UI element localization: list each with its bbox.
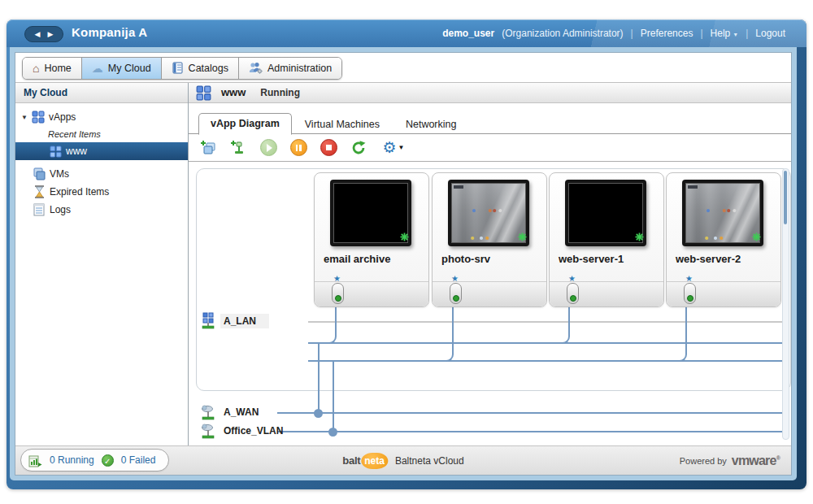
home-icon: ⌂ — [33, 63, 39, 74]
failed-count: 0 Failed — [121, 454, 156, 466]
sidebar-item-vms[interactable]: VMs — [15, 165, 188, 183]
add-network-button[interactable] — [228, 138, 248, 158]
userbar: demo_user (Organization Administrator) |… — [442, 28, 785, 39]
preferences-link[interactable]: Preferences — [641, 28, 693, 39]
window-frame: ⌂ Home ☁ My Cloud Catalogs — [10, 47, 797, 480]
sidebar-tree: ▼ vApps Recent Items www — [15, 103, 188, 219]
main-panel: www Running vApp Diagram Virtual Machine… — [189, 83, 791, 445]
username: demo_user — [442, 28, 494, 39]
tab-virtual-machines[interactable]: Virtual Machines — [292, 115, 393, 134]
back-icon[interactable]: ◀ — [35, 31, 41, 38]
vm-card-email-archive[interactable]: email archive ★ — [314, 172, 429, 307]
forward-icon[interactable]: ▶ — [48, 31, 54, 38]
sidebar-item-www[interactable]: www — [15, 142, 188, 160]
start-button[interactable] — [259, 138, 278, 158]
vms-icon — [32, 167, 46, 180]
junction-dot-office-vlan — [328, 428, 337, 437]
add-vm-button[interactable] — [198, 138, 218, 158]
nic-status-dot — [687, 295, 693, 302]
vapp-name: www — [221, 83, 246, 102]
network-label-a-lan[interactable]: A_LAN — [200, 312, 269, 330]
network-label-a-wan[interactable]: A_WAN — [200, 403, 262, 421]
console-spark-icon — [752, 230, 761, 245]
page: ◀ ▶ Kompanija A demo_user (Organization … — [0, 0, 813, 504]
riser-office-vlan — [333, 361, 334, 432]
catalog-icon — [172, 62, 184, 76]
administration-icon — [249, 62, 263, 76]
nic-connector[interactable] — [684, 283, 696, 304]
suspend-button[interactable] — [289, 138, 308, 158]
nic-connector[interactable] — [567, 283, 579, 304]
vapp-grid-icon — [31, 111, 46, 124]
vm-card-web-server-2[interactable]: web-server-2 ★ — [666, 172, 781, 307]
history-nav[interactable]: ◀ ▶ — [24, 26, 63, 42]
separator: | — [746, 28, 748, 39]
diagram-scrollbar[interactable] — [782, 168, 789, 440]
sidebar-item-logs[interactable]: Logs — [15, 201, 188, 219]
junction-dot-a-wan — [314, 409, 323, 418]
nic-wire-web-server-1 — [561, 305, 570, 344]
vm-name: email archive — [324, 253, 390, 265]
vm-screen — [333, 183, 408, 243]
vapp-diagram-canvas[interactable]: A_LAN A_WAN Office_VLAN — [189, 162, 791, 445]
console-spark-icon — [518, 230, 527, 245]
diagram-scrollbar-thumb[interactable] — [784, 171, 787, 224]
sidebar-header: My Cloud — [15, 83, 188, 103]
check-icon: ✓ — [102, 454, 114, 467]
vm-name: web-server-1 — [559, 253, 624, 265]
nic-connector[interactable] — [450, 283, 462, 304]
tree-expand-icon[interactable]: ▼ — [21, 114, 31, 121]
vm-card-web-server-1[interactable]: web-server-1 ★ — [549, 172, 664, 307]
logout-link[interactable]: Logout — [755, 28, 785, 39]
tasks-icon — [28, 454, 42, 467]
nav-tab-row: ⌂ Home ☁ My Cloud Catalogs — [15, 53, 791, 82]
tab-administration[interactable]: Administration — [239, 58, 341, 79]
baltneta-logo: baltneta — [342, 453, 388, 469]
primary-nic-star-icon: ★ — [333, 275, 341, 283]
network-line-office-vlan — [277, 431, 789, 432]
vm-console-thumbnail[interactable] — [448, 180, 529, 246]
vm-name: photo-srv — [441, 253, 490, 265]
vm-screen — [568, 183, 643, 243]
vapp-subtabs: vApp Diagram Virtual Machines Networking — [189, 112, 791, 134]
vm-console-thumbnail[interactable] — [330, 180, 411, 246]
tab-home[interactable]: ⌂ Home — [23, 58, 82, 79]
chevron-down-icon: ▼ — [733, 32, 738, 37]
tab-my-cloud[interactable]: ☁ My Cloud — [82, 58, 162, 79]
sidebar-item-expired[interactable]: Expired Items — [15, 183, 188, 201]
body-row: My Cloud ▼ vApps Recent Items — [15, 82, 791, 445]
app-window: ◀ ▶ Kompanija A demo_user (Organization … — [7, 20, 806, 489]
chevron-down-icon: ▼ — [398, 144, 405, 151]
cloud-icon: ☁ — [92, 63, 103, 74]
hourglass-icon — [32, 185, 46, 198]
tab-networking[interactable]: Networking — [393, 115, 470, 134]
nic-status-dot — [335, 295, 341, 302]
primary-nic-star-icon: ★ — [685, 275, 693, 283]
tasks-status-pill[interactable]: 0 Running ✓ 0 Failed — [20, 449, 169, 471]
nic-wire-web-server-2 — [678, 305, 687, 362]
sidebar-item-vapps[interactable]: ▼ vApps — [15, 108, 188, 126]
network-label-office-vlan[interactable]: Office_VLAN — [200, 422, 286, 440]
tab-vapp-diagram[interactable]: vApp Diagram — [198, 113, 292, 135]
titlebar: ◀ ▶ Kompanija A demo_user (Organization … — [7, 20, 806, 47]
help-menu[interactable]: Help▼ — [711, 28, 739, 39]
vm-console-thumbnail[interactable] — [565, 180, 646, 246]
riser-a-wan — [318, 343, 320, 414]
nic-connector[interactable] — [332, 283, 344, 304]
status-bar: 0 Running ✓ 0 Failed baltneta Baltneta v… — [15, 445, 791, 475]
console-spark-icon — [635, 230, 644, 245]
brand-area: baltneta Baltneta vCloud — [342, 446, 463, 475]
vm-console-thumbnail[interactable] — [682, 180, 763, 246]
network-bus-2 — [308, 360, 789, 362]
user-role: (Organization Administrator) — [502, 28, 623, 39]
sidebar: My Cloud ▼ vApps Recent Items — [15, 83, 189, 445]
tab-catalogs[interactable]: Catalogs — [162, 58, 239, 79]
vm-card-photo-srv[interactable]: photo-srv ★ — [432, 172, 547, 307]
content: ⌂ Home ☁ My Cloud Catalogs — [15, 52, 792, 476]
nav-tab-group: ⌂ Home ☁ My Cloud Catalogs — [22, 57, 342, 80]
settings-gear-button[interactable]: ⚙ ▼ — [379, 138, 408, 158]
separator: | — [700, 28, 702, 39]
stop-button[interactable] — [319, 138, 338, 158]
reset-button[interactable] — [349, 138, 368, 158]
external-network-icon — [200, 403, 216, 421]
